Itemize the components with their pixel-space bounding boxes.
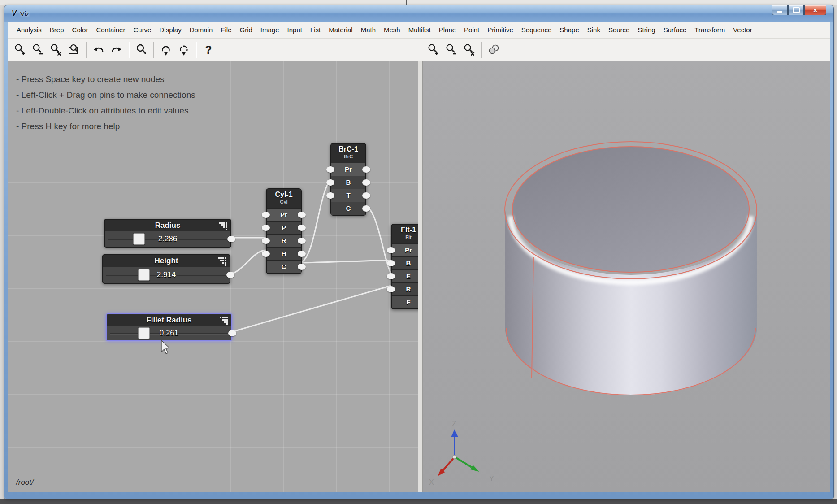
menu-material[interactable]: Material [325,22,356,38]
node-graph-canvas[interactable]: - Press Space key to create new nodes - … [8,61,418,492]
menu-list[interactable]: List [306,22,325,38]
zoom-out-icon[interactable] [30,42,46,58]
desktop-marker-line [406,0,407,5]
menu-math[interactable]: Math [357,22,380,38]
menu-shape[interactable]: Shape [555,22,583,38]
menu-container[interactable]: Container [92,22,129,38]
title-bar[interactable]: V Viz × [4,5,833,22]
menu-curve[interactable]: Curve [129,22,155,38]
zoom-region-icon[interactable] [66,42,82,58]
input-pin[interactable] [262,251,270,257]
op-node-brc-1[interactable]: BrC-1 BrC Pr B T C [330,143,366,216]
input-pin[interactable] [387,286,395,292]
slider-track[interactable]: 2.286 [105,231,230,247]
slider-node-radius[interactable]: Radius 2.286 [104,219,231,248]
menu-analysis[interactable]: Analysis [13,22,46,38]
axis-y-label: Y [489,475,494,482]
axis-x-arrow [443,457,455,470]
node-header: Cyl-1 Cyl [267,189,301,208]
menu-brep[interactable]: Brep [46,22,68,38]
menu-input[interactable]: Input [283,22,306,38]
node-grip-icon[interactable] [219,222,228,231]
input-pin[interactable] [387,260,395,266]
output-pin[interactable] [226,272,234,278]
input-pin[interactable] [326,192,334,199]
view-zoom-in-icon[interactable] [426,42,441,58]
minimize-icon [777,11,782,13]
menu-file[interactable]: File [217,22,235,38]
cylinder-top-face[interactable] [512,147,749,272]
update-alt-icon[interactable] [176,42,191,58]
input-pin[interactable] [326,166,334,173]
screen: V Viz × Analysis Brep Color Container Cu… [0,0,837,504]
output-pin[interactable] [298,238,306,244]
op-node-flt-1[interactable]: Flt-1 Flt Pr B E R F [391,224,418,309]
view-zoom-clear-icon[interactable] [462,42,477,58]
row-label: H [282,250,286,257]
wire-cyl-C-to-flt-B [300,261,391,263]
undo-icon[interactable] [91,42,106,58]
zoom-in-icon[interactable] [13,42,28,58]
update-icon[interactable] [158,42,173,58]
close-button[interactable]: × [804,5,826,15]
input-pin[interactable] [326,179,334,186]
slider-track[interactable]: 0.261 [107,326,231,340]
menu-plane[interactable]: Plane [435,22,460,38]
slider-node-height[interactable]: Height 2.914 [102,254,230,284]
node-header: Flt-1 Flt [392,225,418,243]
menu-sequence[interactable]: Sequence [517,22,556,38]
input-pin[interactable] [262,238,270,244]
app-window: V Viz × Analysis Brep Color Container Cu… [4,5,833,499]
menu-sink[interactable]: Sink [583,22,604,38]
toolbar-separator [129,42,129,58]
maximize-button[interactable] [788,5,804,15]
menu-string[interactable]: String [633,22,659,38]
input-pin[interactable] [262,212,270,218]
help-button[interactable]: ? [201,42,216,58]
menu-surface[interactable]: Surface [659,22,691,38]
minimize-button[interactable] [772,5,788,15]
menu-color[interactable]: Color [68,22,92,38]
output-pin[interactable] [298,225,306,231]
input-pin[interactable] [387,273,395,279]
pane-splitter[interactable] [418,61,423,492]
menu-source[interactable]: Source [604,22,634,38]
slider-track[interactable]: 2.914 [103,267,230,283]
menu-display[interactable]: Display [155,22,185,38]
input-pin[interactable] [262,225,270,231]
viewport-3d[interactable]: Z X Y [423,61,830,492]
menu-mesh[interactable]: Mesh [380,22,404,38]
menu-multilist[interactable]: Multilist [404,22,435,38]
input-pin[interactable] [387,247,395,253]
menu-domain[interactable]: Domain [186,22,217,38]
op-node-cyl-1[interactable]: Cyl-1 Cyl Pr P R H C [266,188,302,274]
node-grip-icon[interactable] [220,317,229,326]
spheres-icon[interactable] [486,42,502,58]
output-pin[interactable] [227,236,235,242]
slider-node-fillet-radius[interactable]: Fillet Radius 0.261 [106,313,232,341]
redo-icon[interactable] [109,42,124,58]
window-controls: × [772,5,826,15]
menu-primitive[interactable]: Primitive [483,22,517,38]
search-icon[interactable] [134,42,149,58]
menu-transform[interactable]: Transform [690,22,729,38]
output-pin[interactable] [362,179,370,186]
output-pin[interactable] [298,251,306,257]
output-pin[interactable] [362,205,370,212]
toolbar-separator [481,42,482,58]
toolbar-graph-group: ? [13,42,216,58]
menu-point[interactable]: Point [460,22,483,38]
node-grip-icon[interactable] [218,257,227,266]
output-pin[interactable] [228,330,236,336]
menu-grid[interactable]: Grid [236,22,256,38]
output-pin[interactable] [298,212,306,218]
output-pin[interactable] [362,192,370,199]
view-zoom-out-icon[interactable] [444,42,459,58]
output-pin[interactable] [298,264,306,270]
desktop-background-top [0,0,837,5]
output-pin[interactable] [362,166,370,173]
menu-image[interactable]: Image [256,22,283,38]
zoom-clear-icon[interactable] [48,42,64,58]
node-row-Pr: Pr [267,208,301,221]
menu-vector[interactable]: Vector [729,22,756,38]
